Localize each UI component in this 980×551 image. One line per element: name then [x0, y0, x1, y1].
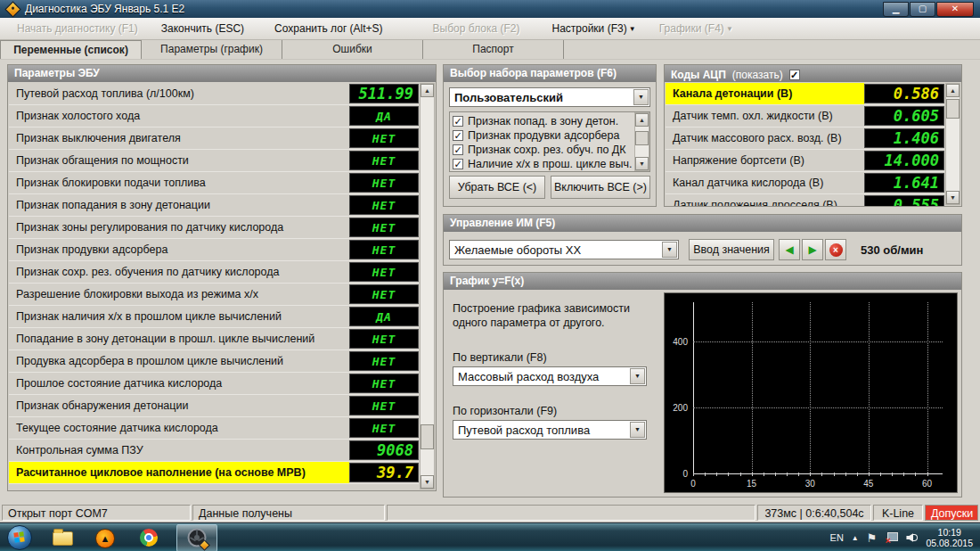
language-indicator[interactable]: EN	[830, 532, 844, 543]
hidden-icons-arrow-icon[interactable]: ▲	[852, 534, 859, 542]
table-row[interactable]: Путевой расход топлива (л/100км)511.99	[9, 83, 419, 105]
scroll-up-icon[interactable]: ▲	[946, 84, 960, 97]
x-tick-label: 30	[805, 479, 815, 489]
start-button[interactable]	[7, 525, 32, 550]
maximize-button[interactable]: ▢	[910, 2, 935, 17]
close-button[interactable]: ✕	[936, 2, 974, 17]
adc-scrollbar[interactable]: ▲ ▼	[945, 83, 960, 205]
taskbar-clock[interactable]: 10:19 05.08.2015	[926, 527, 973, 548]
row-value-display: 0.605	[864, 106, 944, 126]
table-row[interactable]: Признак блокировки подачи топливаНЕТ	[9, 172, 419, 194]
checkbox-icon[interactable]: ✓	[453, 116, 463, 127]
table-row[interactable]: Признак продувки адсорбераНЕТ	[9, 239, 419, 261]
chevron-down-icon[interactable]: ▼	[633, 89, 649, 105]
scroll-down-icon[interactable]: ▼	[421, 475, 434, 489]
status-tolerances[interactable]: Допуски	[925, 505, 978, 521]
scroll-thumb[interactable]	[421, 424, 434, 449]
checkbox-icon[interactable]: ✓	[453, 130, 463, 141]
aimp-taskbar-icon[interactable]: ▲	[94, 527, 116, 548]
parameter-checkbox-item[interactable]: ✓Признак продувки адсорбера	[453, 128, 632, 143]
param-set-dropdown-value: Пользовательский	[450, 91, 633, 104]
x-minor-tick	[716, 473, 717, 476]
chevron-down-icon[interactable]: ▼	[630, 422, 645, 438]
table-row[interactable]: Датчик темп. охл. жидкости (В)0.605	[666, 105, 944, 127]
checkbox-label: Признак попад. в зону детон.	[468, 115, 618, 127]
im-dropdown[interactable]: Желаемые обороты ХХ ▼	[449, 240, 679, 259]
table-row[interactable]: Признак наличия х/х в прошлом цикле вычи…	[9, 306, 419, 328]
table-row[interactable]: Признак обнаружения детонацииНЕТ	[9, 395, 419, 417]
table-row[interactable]: Датчик положения дросселя (В)0.555	[666, 194, 944, 207]
table-row[interactable]: Признак холостого ходаДА	[9, 105, 419, 127]
table-row[interactable]: Прошлое состояние датчика кислородаНЕТ	[9, 373, 419, 395]
table-row[interactable]: Попадание в зону детонации в прошл. цикл…	[9, 328, 419, 350]
param-set-dropdown[interactable]: Пользовательский ▼	[449, 87, 650, 107]
scroll-up-icon[interactable]: ▲	[421, 84, 434, 97]
scroll-up-icon[interactable]: ▲	[635, 113, 649, 127]
tab-inactive[interactable]: Ошибки	[282, 40, 423, 59]
parameter-checkbox-item[interactable]: ✓Признак сохр. рез. обуч. по ДК	[453, 143, 632, 157]
enter-value-button[interactable]: Ввод значения	[689, 239, 774, 260]
table-row[interactable]: Напряжение бортсети (В)14.000	[666, 150, 944, 172]
horizontal-axis-dropdown[interactable]: Путевой расход топлива ▼	[453, 420, 647, 440]
menu-item[interactable]: Сохранить лог (Alt+S)	[266, 22, 391, 35]
explorer-taskbar-icon[interactable]	[52, 527, 73, 548]
action-center-flag-icon[interactable]: ⚑	[867, 531, 878, 545]
row-value-display: 1.641	[864, 173, 944, 193]
scroll-thumb[interactable]	[946, 99, 960, 119]
im-control-title: Управление ИМ (F5)	[444, 215, 961, 232]
panel-adc: Коды АЦП (показать) ✓ Канала детонации (…	[664, 64, 962, 207]
table-row[interactable]: Текущее состояние датчика кислородаНЕТ	[9, 417, 419, 440]
x-minor-tick	[915, 473, 916, 476]
vertical-axis-dropdown[interactable]: Массовый расход воздуха ▼	[453, 366, 647, 386]
minimize-button[interactable]: ▁	[883, 2, 909, 17]
system-tray: EN ▲ ⚑ × 10:19 05.08.2015	[830, 527, 980, 548]
ecu-params-scrollbar[interactable]: ▲ ▼	[420, 83, 435, 489]
menu-item[interactable]: Закончить (ESC)	[153, 22, 252, 35]
diagnostics-app-taskbar-button[interactable]	[176, 524, 217, 551]
chevron-down-icon[interactable]: ▼	[662, 242, 677, 258]
table-row[interactable]: Признак выключения двигателяНЕТ	[9, 127, 419, 150]
table-row[interactable]: Разрешение блокировки выхода из режима х…	[9, 284, 419, 306]
table-row[interactable]: Расчитанное цикловое наполнение (на осно…	[9, 462, 419, 484]
status-data: Данные получены	[192, 505, 385, 521]
table-row[interactable]: Контрольная сумма ПЗУ9068	[9, 440, 419, 462]
checkbox-icon[interactable]: ✓	[453, 159, 463, 169]
row-label: Признак попадания в зону детонации	[9, 199, 349, 211]
row-label: Признак обнаружения детонации	[9, 399, 349, 412]
increase-arrow-button[interactable]: ▶	[802, 239, 823, 260]
adc-show-checkbox[interactable]: ✓	[789, 70, 800, 80]
table-row[interactable]: Признак сохр. рез. обучения по датчику к…	[9, 261, 419, 284]
table-row[interactable]: Датчик массового расх. возд. (В)1.406	[666, 127, 944, 150]
h-gridline	[693, 407, 943, 408]
y-axis	[693, 302, 694, 474]
chrome-taskbar-icon[interactable]	[139, 527, 160, 548]
table-row[interactable]: Продувка адсорбера в прошлом цикле вычис…	[9, 350, 419, 373]
parameter-checkbox-item[interactable]: ✓Признак попад. в зону детон.	[453, 114, 632, 128]
checkbox-list-scrollbar[interactable]: ▲ ▼	[634, 112, 649, 171]
status-timing: 373мс | 0:6:40,504с	[757, 505, 871, 521]
table-row[interactable]: Признак обгащения по мощностиНЕТ	[9, 150, 419, 172]
decrease-arrow-button[interactable]: ◀	[779, 239, 800, 260]
table-row[interactable]: Признак зоны регулирования по датчику ки…	[9, 217, 419, 239]
table-row[interactable]: Канал датчика кислорода (В)1.641	[666, 172, 944, 194]
chevron-down-icon[interactable]: ▼	[630, 368, 645, 384]
tab-active[interactable]: Переменные (список)	[0, 40, 142, 59]
tab-inactive[interactable]: Параметры (график)	[142, 40, 282, 59]
parameter-checkbox-item[interactable]: ✓Наличие х/х в прош. цикле выч.	[453, 157, 632, 171]
checkbox-label: Признак сохр. рез. обуч. по ДК	[468, 144, 626, 156]
scroll-down-icon[interactable]: ▼	[946, 191, 960, 204]
table-row[interactable]: Признак попадания в зону детонацииНЕТ	[9, 194, 419, 217]
remove-all-button[interactable]: Убрать ВСЕ (<)	[449, 176, 545, 199]
network-icon[interactable]: ×	[885, 532, 898, 544]
scroll-thumb[interactable]	[635, 131, 649, 145]
table-row[interactable]: Канала детонации (В)0.586	[666, 83, 944, 105]
scroll-down-icon[interactable]: ▼	[635, 157, 649, 170]
x-minor-tick	[740, 473, 741, 476]
stop-button[interactable]: ×	[825, 239, 846, 260]
menu-item[interactable]: Настройки (F3) ▼	[543, 22, 643, 35]
windows-flag-icon	[13, 531, 24, 542]
add-all-button[interactable]: Включить ВСЕ (>)	[551, 176, 650, 199]
tab-inactive[interactable]: Паспорт	[423, 40, 564, 59]
checkbox-icon[interactable]: ✓	[453, 144, 463, 155]
speaker-icon[interactable]	[906, 532, 918, 543]
